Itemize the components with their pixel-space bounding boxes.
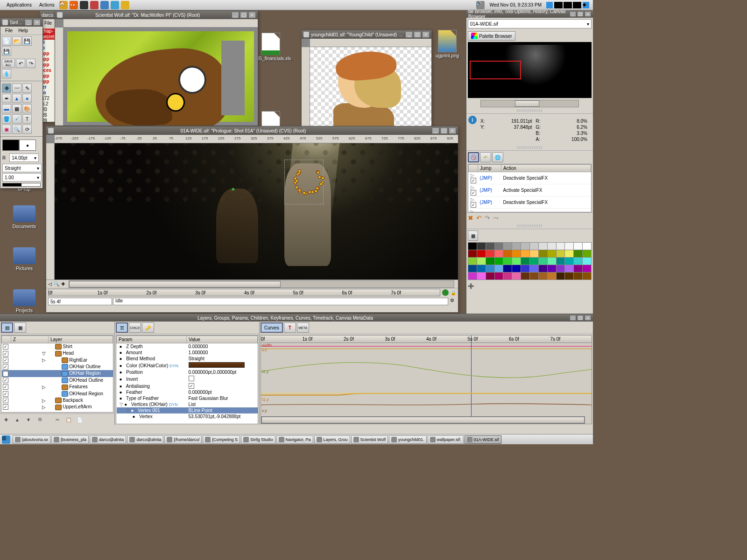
color-swatch[interactable] <box>495 258 503 265</box>
color-swatch[interactable] <box>512 243 521 250</box>
color-swatches[interactable]: ● <box>0 138 42 153</box>
history-row[interactable]: ▷✓(JMP)Deactivate SpecialFX <box>469 172 591 184</box>
clock[interactable]: Wed Nov 03, 9:23:33 PM <box>486 2 545 7</box>
close-button[interactable]: × <box>422 31 430 38</box>
param-row[interactable]: ● Position0.000000pt,0.000000pt <box>117 369 258 375</box>
render-icon[interactable] <box>442 289 449 296</box>
timetrack-tab[interactable]: T <box>284 322 296 333</box>
time-input[interactable] <box>48 298 112 305</box>
param-row[interactable]: ● Antialiasing✓ <box>117 383 258 389</box>
region-tool[interactable]: ▣ <box>2 125 11 134</box>
color-swatch[interactable] <box>548 258 556 265</box>
child-canvas[interactable] <box>310 47 431 127</box>
color-swatch[interactable] <box>486 265 494 272</box>
color-swatch[interactable] <box>548 243 556 250</box>
color-swatch[interactable] <box>468 243 477 250</box>
layer-row[interactable]: ✓▷ UpperLeftArm <box>2 404 113 410</box>
tray-icon[interactable]: ◆ <box>583 2 589 8</box>
panel-grip[interactable] <box>517 224 542 227</box>
navigator-view[interactable] <box>468 42 592 98</box>
file-dropdown[interactable]: 01A-WIDE.sif▾ <box>468 19 592 28</box>
taskbar-item[interactable]: wallpaper.sif: <box>428 435 464 444</box>
color-swatch[interactable] <box>583 243 591 250</box>
color-swatch[interactable] <box>565 273 573 280</box>
taskbar-item[interactable]: darco@alnita <box>127 435 163 444</box>
color-swatch[interactable] <box>539 250 547 257</box>
color-swatch[interactable] <box>565 265 573 272</box>
color-swatch[interactable] <box>477 243 486 250</box>
desktop-item-projects[interactable]: Projects <box>6 289 43 313</box>
param-row[interactable]: ● Vertex53.530781pt,-9.042888pt <box>117 413 258 420</box>
color-swatch[interactable] <box>548 265 556 272</box>
maximize-button[interactable]: ▢ <box>414 31 421 38</box>
open-button[interactable]: 📂 <box>12 36 21 46</box>
drop-icon[interactable]: 💧 <box>2 69 11 78</box>
history-mode-3[interactable]: 🌐 <box>492 152 503 162</box>
color-swatch[interactable] <box>557 273 565 280</box>
color-swatch[interactable] <box>583 250 591 257</box>
circle-tool[interactable]: ● <box>22 94 32 103</box>
terminal-icon[interactable] <box>80 1 88 9</box>
desktop-file-xls[interactable]: 05_financials.xls <box>257 33 285 61</box>
gradient-bar[interactable] <box>2 183 41 187</box>
contract-icon[interactable]: ◁ <box>48 281 52 287</box>
actions-menu[interactable]: Actions <box>35 2 58 7</box>
new-layer-button[interactable]: ✚ <box>1 415 11 424</box>
close-button[interactable]: × <box>33 19 41 26</box>
cut-button[interactable]: ✂ <box>53 415 62 424</box>
color-swatch[interactable] <box>574 265 582 272</box>
app-icon[interactable] <box>111 1 119 9</box>
color-swatch[interactable] <box>512 273 521 280</box>
param-row[interactable]: ● Z Depth0.000000 <box>117 343 258 350</box>
new-button[interactable]: 📄 <box>2 36 11 46</box>
zoom-icon[interactable]: 🔍 <box>54 281 59 287</box>
color-swatch[interactable] <box>495 273 503 280</box>
color-swatch[interactable] <box>548 250 556 257</box>
maximize-button[interactable]: ▢ <box>440 127 448 134</box>
layer-row[interactable]: ✓ Shirt <box>2 343 113 350</box>
taskbar-item[interactable]: 01A-WIDE.sif <box>465 435 501 444</box>
minimize-button[interactable]: _ <box>405 31 413 38</box>
color-swatch[interactable] <box>583 258 591 265</box>
color-swatch[interactable] <box>530 243 538 250</box>
minimize-button[interactable]: _ <box>25 19 32 26</box>
firefox-icon[interactable]: 🦊 <box>70 1 78 9</box>
panel-grip[interactable] <box>517 109 542 112</box>
gradient-tool[interactable]: ▦ <box>12 104 21 113</box>
right-dock-titlebar[interactable]: tte Browser, Info, Tool Options, History… <box>466 10 593 18</box>
app-icon[interactable] <box>90 1 99 9</box>
layer-row[interactable]: ✓▷ RightEar <box>2 357 113 364</box>
timeline[interactable]: 0f1s 0f2s 0f3s 0f4s 0f5s 0f6s 0f7s 0f <box>48 289 440 296</box>
layer-row[interactable]: ✓ OKHair Region <box>2 370 113 377</box>
navigator-zoom-slider[interactable] <box>480 100 579 107</box>
save-button[interactable]: 💾 <box>22 36 32 46</box>
param-row[interactable]: ● Invert <box>117 375 258 383</box>
close-button[interactable]: × <box>585 11 591 17</box>
color-swatch[interactable] <box>468 265 477 272</box>
minimize-button[interactable]: _ <box>232 12 239 18</box>
color-swatch[interactable] <box>486 258 494 265</box>
color-swatch[interactable] <box>565 243 573 250</box>
color-swatch[interactable] <box>468 250 477 257</box>
taskbar-item[interactable]: [aboutvoria.sx <box>13 435 50 444</box>
color-swatch[interactable] <box>486 273 494 280</box>
color-swatch[interactable] <box>539 273 547 280</box>
volume-icon[interactable]: 🔊 <box>476 1 485 9</box>
color-swatch[interactable] <box>557 258 565 265</box>
add-icon[interactable]: ✚ <box>61 281 65 287</box>
color-swatch[interactable] <box>530 265 538 272</box>
close-button[interactable]: × <box>248 12 256 18</box>
main-canvas[interactable] <box>55 143 458 280</box>
workspace-1[interactable] <box>554 2 563 8</box>
color-swatch[interactable] <box>574 250 582 257</box>
picker-tool[interactable]: 💉 <box>12 114 21 124</box>
taskbar-item[interactable]: Navigator, Pa <box>276 435 313 444</box>
color-swatch[interactable] <box>539 258 547 265</box>
color-swatch[interactable] <box>565 258 573 265</box>
color-swatch[interactable] <box>583 273 591 280</box>
bucket-tool[interactable]: 🪣 <box>2 114 11 124</box>
metadata-tab[interactable]: META <box>297 322 309 333</box>
size-input[interactable]: 14.00pt▾ <box>9 154 39 162</box>
color-swatch[interactable] <box>503 250 512 257</box>
color-swatch[interactable] <box>477 250 486 257</box>
